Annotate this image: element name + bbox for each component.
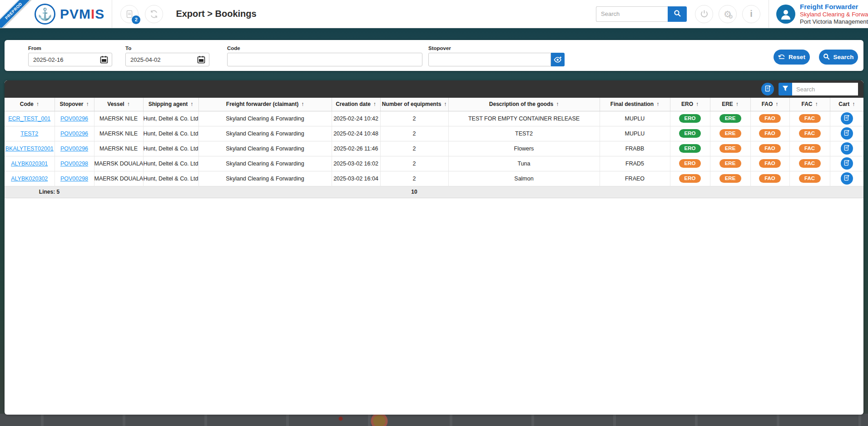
brand-name: PVMIS — [60, 6, 104, 22]
stopover-link[interactable]: POV00298 — [60, 160, 88, 167]
stopover-lookup-button[interactable] — [551, 53, 565, 66]
ero-status-badge[interactable]: ERO — [679, 174, 701, 183]
logout-button[interactable] — [695, 5, 713, 23]
cell-code: ALYBK020301 — [5, 156, 55, 171]
column-header-agent[interactable]: Shipping agent↑ — [143, 98, 198, 111]
add-to-cart-button[interactable] — [841, 112, 853, 125]
ere-status-badge[interactable]: ERE — [719, 129, 741, 138]
fao-status-badge[interactable]: FAO — [759, 129, 781, 138]
reset-button[interactable]: Reset — [774, 50, 810, 65]
booking-code-link[interactable]: ALYBK020301 — [11, 160, 48, 167]
refresh-button[interactable] — [145, 5, 163, 23]
stopover-label: Stopover — [428, 45, 451, 51]
cell-vessel: MAERSK DOUALA — [94, 171, 143, 186]
global-search — [596, 6, 687, 22]
fac-status-badge[interactable]: FAC — [799, 174, 821, 183]
add-to-cart-button[interactable] — [841, 172, 853, 185]
column-header-goods[interactable]: Description of the goods↑ — [448, 98, 600, 111]
add-to-cart-button[interactable] — [841, 127, 853, 140]
global-search-button[interactable] — [668, 6, 687, 22]
sort-asc-icon: ↑ — [656, 101, 659, 107]
search-button-label: Search — [833, 54, 853, 60]
stopover-link[interactable]: POV00296 — [60, 145, 88, 152]
add-to-cart-button[interactable] — [841, 157, 853, 170]
column-header-ere[interactable]: ERE↑ — [710, 98, 750, 111]
fao-status-badge[interactable]: FAO — [759, 174, 781, 183]
column-header-ero[interactable]: ERO↑ — [670, 98, 710, 111]
fao-status-badge[interactable]: FAO — [759, 144, 781, 153]
stopover-link[interactable]: POV00296 — [60, 115, 88, 122]
cell-goods: Tuna — [448, 156, 600, 171]
table-row: TEST2POV00296MAERSK NILEHunt, Deltel & C… — [5, 126, 863, 141]
ero-status-badge[interactable]: ERO — [679, 159, 701, 168]
booking-code-link[interactable]: BKALYTEST02001 — [5, 145, 54, 152]
filter-search-button[interactable]: Search — [819, 50, 858, 65]
cell-destination: FRAD5 — [600, 156, 670, 171]
ero-status-badge[interactable]: ERO — [679, 129, 701, 138]
ere-status-badge[interactable]: ERE — [719, 114, 741, 123]
ero-status-badge[interactable]: ERO — [679, 114, 701, 123]
column-header-code[interactable]: Code↑ — [5, 98, 55, 111]
fac-status-badge[interactable]: FAC — [799, 159, 821, 168]
column-label: Shipping agent — [149, 101, 188, 107]
booking-code-link[interactable]: ECR_TEST_001 — [8, 115, 50, 122]
fac-status-badge[interactable]: FAC — [799, 129, 821, 138]
table-row: ALYBK020302POV00298MAERSK DOUALAHunt, De… — [5, 171, 863, 186]
refresh-icon — [149, 10, 159, 19]
column-header-claimant[interactable]: Freight forwarder (claimant)↑ — [198, 98, 332, 111]
stopover-input[interactable] — [428, 53, 551, 66]
cell-vessel: MAERSK NILE — [94, 141, 143, 156]
column-header-fac[interactable]: FAC↑ — [789, 98, 830, 111]
from-label: From — [28, 45, 41, 51]
calendar-icon[interactable] — [197, 55, 205, 65]
ero-status-badge[interactable]: ERO — [679, 144, 701, 153]
brand-s: S — [95, 6, 104, 21]
column-header-created[interactable]: Creation date↑ — [332, 98, 380, 111]
add-to-cart-button[interactable] — [841, 142, 853, 155]
documents-button[interactable]: 2 — [120, 5, 139, 23]
search-icon — [674, 10, 681, 19]
ere-status-badge[interactable]: ERE — [719, 144, 741, 153]
cell-fao: FAO — [750, 141, 789, 156]
column-header-cart[interactable]: Cart↑ — [830, 98, 863, 111]
fao-status-badge[interactable]: FAO — [759, 159, 781, 168]
column-header-vessel[interactable]: Vessel↑ — [94, 98, 143, 111]
fac-status-badge[interactable]: FAC — [799, 114, 821, 123]
cell-claimant: Skyland Clearing & Forwarding — [198, 126, 332, 141]
ere-status-badge[interactable]: ERE — [719, 174, 741, 183]
cell-code: BKALYTEST02001 — [5, 141, 55, 156]
fac-status-badge[interactable]: FAC — [799, 144, 821, 153]
column-header-fao[interactable]: FAO↑ — [750, 98, 789, 111]
booking-code-link[interactable]: ALYBK020302 — [11, 175, 48, 182]
cell-claimant: Skyland Clearing & Forwarding — [198, 141, 332, 156]
cell-fao: FAO — [750, 171, 789, 186]
stopover-link[interactable]: POV00296 — [60, 130, 88, 137]
ere-status-badge[interactable]: ERE — [719, 159, 741, 168]
cell-ere: ERE — [710, 126, 750, 141]
column-header-destination[interactable]: Final destination↑ — [600, 98, 670, 111]
cell-destination: MUPLU — [600, 126, 670, 141]
column-header-equipments[interactable]: Number of equipments↑ — [380, 98, 448, 111]
booking-code-link[interactable]: TEST2 — [20, 130, 38, 137]
info-button[interactable]: i — [742, 5, 760, 23]
calendar-icon[interactable] — [100, 55, 108, 65]
fao-status-badge[interactable]: FAO — [759, 114, 781, 123]
sort-asc-icon: ↑ — [444, 101, 446, 107]
table-search-input[interactable] — [792, 83, 858, 95]
export-table-button[interactable] — [761, 83, 774, 95]
user-organization: Port Victoria Management — [800, 18, 868, 25]
table-filter-button[interactable] — [779, 83, 792, 95]
stopover-link[interactable]: POV00298 — [60, 175, 88, 182]
column-header-stopover[interactable]: Stopover↑ — [55, 98, 94, 111]
cell-ero: ERO — [670, 141, 710, 156]
equipments-total: 10 — [380, 186, 448, 198]
cell-code: ECR_TEST_001 — [5, 111, 55, 126]
cell-fao: FAO — [750, 111, 789, 126]
cell-fac: FAC — [789, 111, 830, 126]
settings-button[interactable]: ⚙⚙ — [719, 5, 737, 23]
user-block[interactable]: Freight Forwarder Skyland Clearing & For… — [769, 3, 868, 25]
cell-created: 2025-02-26 11:46 — [332, 141, 380, 156]
global-search-input[interactable] — [596, 6, 668, 22]
sort-asc-icon: ↑ — [736, 101, 739, 107]
code-input[interactable] — [227, 53, 422, 66]
